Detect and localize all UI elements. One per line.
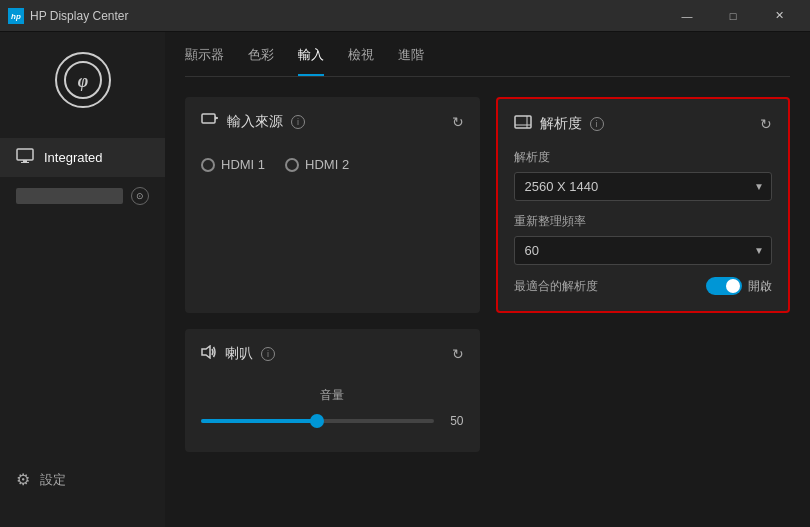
- hp-logo: φ: [55, 52, 111, 108]
- volume-slider-thumb[interactable]: [310, 414, 324, 428]
- close-button[interactable]: ✕: [756, 0, 802, 32]
- svg-text:hp: hp: [11, 12, 21, 21]
- resolution-icon: [514, 115, 532, 133]
- hp-logo-container: φ: [0, 52, 165, 108]
- input-source-info-icon[interactable]: i: [291, 115, 305, 129]
- speaker-info-icon[interactable]: i: [261, 347, 275, 361]
- hdmi2-option[interactable]: HDMI 2: [285, 157, 349, 172]
- monitor-thumbnail-row: ⊙: [0, 181, 165, 211]
- app-icon: hp: [8, 8, 24, 24]
- refresh-rate-select[interactable]: 60: [514, 236, 773, 265]
- volume-value: 50: [444, 414, 464, 428]
- hdmi2-label: HDMI 2: [305, 157, 349, 172]
- input-source-card-header: 輸入來源 i ↻: [201, 113, 464, 131]
- tab-color[interactable]: 色彩: [248, 46, 274, 76]
- gear-icon: ⚙: [16, 470, 30, 489]
- svg-rect-10: [515, 116, 531, 128]
- input-source-title-row: 輸入來源 i: [201, 113, 305, 131]
- svg-rect-5: [23, 160, 27, 162]
- resolution-title: 解析度: [540, 115, 582, 133]
- sidebar-item-integrated[interactable]: Integrated: [0, 138, 165, 177]
- speaker-title-row: 喇叭 i: [201, 345, 275, 363]
- settings-label: 設定: [40, 471, 66, 489]
- speaker-card-header: 喇叭 i ↻: [201, 345, 464, 363]
- resolution-select[interactable]: 2560 X 1440: [514, 172, 773, 201]
- svg-marker-9: [215, 116, 218, 120]
- volume-slider-fill: [201, 419, 317, 423]
- speaker-title: 喇叭: [225, 345, 253, 363]
- tab-inspect[interactable]: 檢視: [348, 46, 374, 76]
- monitor-icon: [16, 148, 34, 167]
- tab-display[interactable]: 顯示器: [185, 46, 224, 76]
- settings-menu-item[interactable]: ⚙ 設定: [16, 462, 149, 497]
- speaker-refresh-icon[interactable]: ↻: [452, 346, 464, 362]
- refresh-rate-section: 重新整理頻率 60 ▼: [514, 213, 773, 265]
- maximize-button[interactable]: □: [710, 0, 756, 32]
- app-title: HP Display Center: [30, 9, 128, 23]
- sidebar: φ Integrated ⊙ ⚙ 設定: [0, 32, 165, 527]
- window-controls: — □ ✕: [664, 0, 802, 32]
- monitor-settings-icon[interactable]: ⊙: [131, 187, 149, 205]
- toggle-state-label: 開啟: [748, 278, 772, 295]
- refresh-rate-label: 重新整理頻率: [514, 213, 773, 230]
- volume-slider-row: 50: [201, 414, 464, 428]
- svg-rect-4: [17, 149, 33, 160]
- main-content: 顯示器 色彩 輸入 檢視 進階: [165, 32, 810, 527]
- tab-advanced[interactable]: 進階: [398, 46, 424, 76]
- resolution-refresh-icon[interactable]: ↻: [760, 116, 772, 132]
- app-body: φ Integrated ⊙ ⚙ 設定: [0, 32, 810, 527]
- titlebar: hp HP Display Center — □ ✕: [0, 0, 810, 32]
- svg-text:φ: φ: [77, 71, 88, 91]
- best-fit-label: 最適合的解析度: [514, 278, 598, 295]
- titlebar-left: hp HP Display Center: [8, 8, 128, 24]
- hdmi1-option[interactable]: HDMI 1: [201, 157, 265, 172]
- svg-marker-13: [202, 346, 210, 358]
- input-source-title: 輸入來源: [227, 113, 283, 131]
- volume-slider-track[interactable]: [201, 419, 434, 423]
- speaker-icon: [201, 345, 217, 363]
- hdmi2-radio[interactable]: [285, 158, 299, 172]
- input-options: HDMI 1 HDMI 2: [201, 147, 464, 182]
- resolution-value-section: 解析度 2560 X 1440 ▼: [514, 149, 773, 201]
- hdmi1-label: HDMI 1: [221, 157, 265, 172]
- svg-rect-7: [202, 114, 215, 123]
- tab-input[interactable]: 輸入: [298, 46, 324, 76]
- resolution-title-row: 解析度 i: [514, 115, 604, 133]
- integrated-label: Integrated: [44, 150, 103, 165]
- cards-grid: 輸入來源 i ↻ HDMI 1 HDMI 2: [185, 97, 790, 452]
- resolution-select-row: 2560 X 1440 ▼: [514, 172, 773, 201]
- refresh-rate-select-row: 60 ▼: [514, 236, 773, 265]
- input-source-card: 輸入來源 i ↻ HDMI 1 HDMI 2: [185, 97, 480, 313]
- svg-rect-6: [21, 162, 29, 163]
- volume-section: 音量 50: [201, 379, 464, 436]
- resolution-card: 解析度 i ↻ 解析度 2560 X 1440 ▼ 重新整理頻率: [496, 97, 791, 313]
- best-fit-toggle[interactable]: [706, 277, 742, 295]
- monitor-thumbnail: [16, 188, 123, 204]
- resolution-field-label: 解析度: [514, 149, 773, 166]
- tab-bar: 顯示器 色彩 輸入 檢視 進階: [185, 32, 790, 77]
- hdmi1-radio[interactable]: [201, 158, 215, 172]
- best-fit-row: 最適合的解析度 開啟: [514, 277, 773, 295]
- speaker-card: 喇叭 i ↻ 音量 50: [185, 329, 480, 452]
- toggle-row: 開啟: [706, 277, 772, 295]
- input-source-refresh-icon[interactable]: ↻: [452, 114, 464, 130]
- volume-label: 音量: [201, 387, 464, 404]
- minimize-button[interactable]: —: [664, 0, 710, 32]
- resolution-info-icon[interactable]: i: [590, 117, 604, 131]
- input-source-icon: [201, 113, 219, 131]
- resolution-card-header: 解析度 i ↻: [514, 115, 773, 133]
- sidebar-bottom: ⚙ 設定: [0, 452, 165, 507]
